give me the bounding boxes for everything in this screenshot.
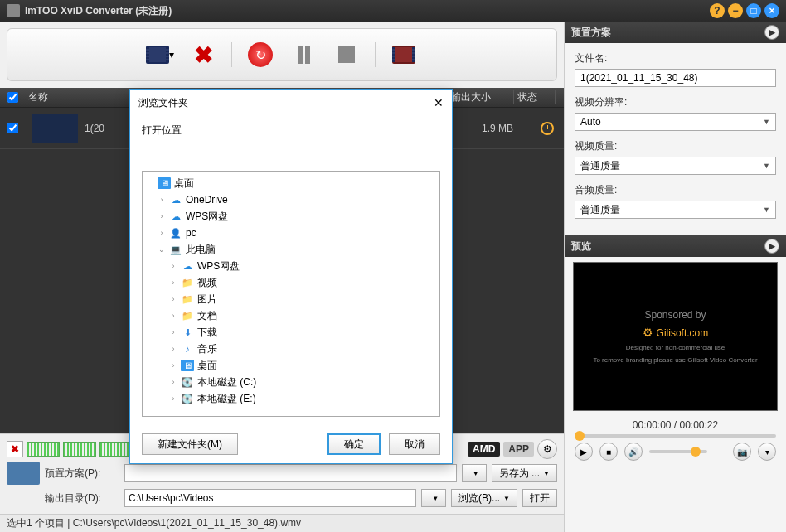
tree-item[interactable]: ›👤pc	[146, 225, 436, 241]
waveform[interactable]	[27, 442, 60, 457]
col-outsize[interactable]: 输出大小	[448, 90, 514, 104]
browse-button[interactable]: 浏览(B)...▼	[451, 489, 517, 507]
tree-item-label: OneDrive	[186, 194, 228, 206]
tree-item[interactable]: ›☁WPS网盘	[146, 258, 436, 274]
disk-icon: 💽	[181, 393, 194, 404]
snapshot-menu-button[interactable]: ▾	[758, 443, 776, 461]
preset-combo[interactable]	[124, 464, 457, 482]
status-text: 选中1 个项目 | C:\Users\pc\Videos\1(2021_01_1…	[7, 516, 301, 530]
dialog-subtitle: 打开位置	[142, 123, 440, 138]
col-status[interactable]: 状态	[514, 90, 556, 104]
add-video-button[interactable]: ▾	[145, 40, 175, 70]
tree-item[interactable]: ›💽本地磁盘 (E:)	[146, 390, 436, 407]
preview-panel-header: 预览 ▶	[565, 235, 786, 257]
expand-icon[interactable]: ›	[169, 295, 177, 303]
expand-icon[interactable]: ›	[158, 229, 166, 237]
expand-icon[interactable]: ›	[169, 262, 177, 270]
app-icon	[7, 4, 20, 17]
user-icon: 👤	[169, 227, 182, 239]
seek-slider[interactable]	[575, 434, 776, 438]
new-folder-button[interactable]: 新建文件夹(M)	[142, 433, 238, 455]
export-button[interactable]	[389, 40, 419, 70]
cloud-icon: ☁	[169, 194, 182, 206]
select-all-checkbox[interactable]	[7, 92, 18, 103]
panel-toggle-button[interactable]: ▶	[764, 239, 779, 254]
row-checkbox[interactable]	[7, 123, 18, 133]
open-button[interactable]: 打开	[522, 489, 557, 507]
expand-icon[interactable]: ›	[169, 361, 177, 370]
tree-item[interactable]: ›📁图片	[146, 291, 436, 307]
filename-input[interactable]: 1(2021_01_11_15_30_48)	[575, 69, 776, 87]
time-display: 00:00:00 / 00:00:22	[565, 416, 786, 434]
expand-icon[interactable]: ⌄	[158, 245, 166, 254]
disk-icon: 💽	[181, 376, 194, 388]
close-button[interactable]: ×	[764, 3, 779, 18]
desktop-icon: 🖥	[181, 360, 194, 371]
tree-item-label: pc	[186, 227, 196, 239]
maximize-button[interactable]: □	[746, 3, 761, 18]
gilisoft-logo: ⚙ Gilisoft.com	[643, 326, 709, 339]
audio-quality-select[interactable]: 普通质量▼	[575, 201, 776, 219]
preset-dropdown[interactable]: ▼	[462, 464, 487, 482]
clear-clip-button[interactable]: ✖	[7, 441, 23, 457]
tree-item-label: 下载	[197, 326, 217, 340]
snapshot-button[interactable]: 📷	[733, 443, 751, 461]
preview-area: Sponsored by ⚙ Gilisoft.com Designed for…	[573, 262, 778, 411]
expand-icon[interactable]: ›	[169, 345, 177, 353]
expand-icon[interactable]: ›	[158, 212, 166, 220]
remove-button[interactable]: ✖	[188, 40, 218, 70]
tree-item[interactable]: ⌄💻此电脑	[146, 241, 436, 258]
tree-item[interactable]: ›☁WPS网盘	[146, 208, 436, 225]
profile-icon	[7, 462, 40, 485]
saveas-button[interactable]: 另存为 ...▼	[492, 464, 557, 482]
settings-button[interactable]: ⚙	[537, 439, 557, 459]
tree-item[interactable]: ›♪音乐	[146, 341, 436, 357]
pause-button[interactable]	[289, 40, 318, 70]
panel-toggle-button[interactable]: ▶	[764, 25, 779, 40]
folder-icon: 📁	[181, 293, 194, 305]
pc-icon: 💻	[169, 244, 182, 255]
tree-item[interactable]: ›💽本地磁盘 (C:)	[146, 374, 436, 390]
tree-item[interactable]: ›📁视频	[146, 274, 436, 291]
cancel-button[interactable]: 取消	[389, 433, 440, 455]
cloud-icon: ☁	[169, 210, 182, 222]
folder-tree[interactable]: 🖥桌面›☁OneDrive›☁WPS网盘›👤pc⌄💻此电脑›☁WPS网盘›📁视频…	[142, 171, 440, 417]
expand-icon[interactable]: ›	[169, 394, 177, 403]
tree-item[interactable]: ›⬇下载	[146, 324, 436, 341]
tree-item-label: 图片	[197, 293, 217, 307]
tree-item[interactable]: ›📁文档	[146, 307, 436, 324]
waveform[interactable]	[99, 442, 133, 457]
waveform[interactable]	[63, 442, 96, 457]
tree-item[interactable]: ›🖥桌面	[146, 357, 436, 374]
amd-badge: AMD	[468, 442, 500, 457]
expand-icon[interactable]: ›	[169, 378, 177, 386]
dialog-close-button[interactable]: ✕	[434, 96, 444, 109]
row-status	[531, 122, 564, 135]
expand-icon[interactable]: ›	[169, 328, 177, 336]
video-quality-select[interactable]: 普通质量▼	[575, 157, 776, 175]
volume-button[interactable]: 🔊	[624, 443, 643, 461]
output-dir-dropdown[interactable]: ▼	[421, 489, 446, 507]
desktop-icon: 🖥	[158, 177, 171, 189]
volume-slider[interactable]	[649, 450, 707, 453]
expand-icon[interactable]: ›	[169, 312, 177, 320]
resolution-label: 视频分辨率:	[575, 95, 776, 109]
ok-button[interactable]: 确定	[328, 433, 381, 455]
convert-button[interactable]: ↻	[245, 40, 275, 70]
minimize-button[interactable]: −	[728, 3, 743, 18]
tree-item[interactable]: 🖥桌面	[146, 175, 436, 191]
tree-item[interactable]: ›☁OneDrive	[146, 191, 436, 208]
app-title: ImTOO XviD Converter (未注册)	[25, 4, 706, 18]
help-button[interactable]: ?	[710, 3, 725, 18]
preset-panel-header: 预置方案 ▶	[565, 22, 786, 43]
down-icon: ⬇	[181, 326, 194, 338]
expand-icon[interactable]: ›	[169, 278, 177, 287]
expand-icon[interactable]: ›	[158, 196, 166, 204]
stop-button[interactable]	[332, 40, 361, 70]
resolution-select[interactable]: Auto▼	[575, 113, 776, 131]
play-button[interactable]: ▶	[575, 443, 593, 461]
app-badge: APP	[503, 442, 534, 457]
output-dir-input[interactable]: C:\Users\pc\Videos	[124, 489, 416, 507]
dialog-title: 浏览文件夹	[138, 96, 188, 110]
stop-preview-button[interactable]: ■	[599, 443, 618, 461]
